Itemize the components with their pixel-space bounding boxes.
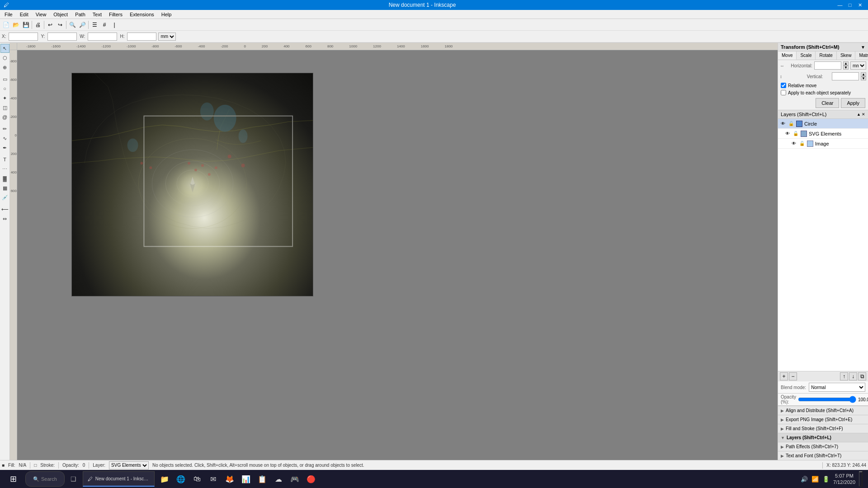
search-button[interactable]: 🔍 Search: [25, 471, 65, 487]
zoom-in-btn[interactable]: 🔍: [67, 20, 77, 30]
redo-btn[interactable]: ↪: [55, 20, 65, 30]
select-tool[interactable]: ↖: [0, 44, 9, 53]
zoom-out-btn[interactable]: 🔎: [77, 20, 87, 30]
tab-move[interactable]: Move: [778, 52, 797, 60]
x-input[interactable]: -393.39: [9, 33, 38, 41]
y-input[interactable]: -180.39: [47, 33, 77, 41]
collapsed-export[interactable]: ▶ Export PNG Image (Shift+Ctrl+E): [778, 415, 868, 424]
layer-eye-circle[interactable]: 👁: [780, 121, 786, 127]
collapsed-align[interactable]: ▶ Align and Distribute (Shift+Ctrl+A): [778, 406, 868, 415]
collapsed-text-font[interactable]: ▶ Text and Font (Shift+Ctrl+T): [778, 451, 868, 460]
taskbar-inkscape-item[interactable]: 🖊 New document 1 - Inkscape: [83, 471, 155, 487]
gradient-tool[interactable]: ▦: [0, 183, 9, 192]
taskbar-firefox[interactable]: 🦊: [222, 471, 237, 487]
task-view-button[interactable]: ❑: [66, 471, 82, 487]
minimize-btn[interactable]: —: [835, 1, 844, 9]
taskbar-store[interactable]: 🛍: [190, 471, 204, 487]
new-btn[interactable]: 📄: [1, 20, 11, 30]
connector-tool[interactable]: ⟵: [0, 205, 9, 214]
grid-btn[interactable]: #: [99, 20, 109, 30]
menu-path[interactable]: Path: [71, 11, 89, 18]
layer-eye-image[interactable]: 👁: [791, 141, 797, 147]
open-btn[interactable]: 📂: [11, 20, 21, 30]
taskbar-file-explorer[interactable]: 📁: [157, 471, 172, 487]
opacity-slider[interactable]: [798, 396, 856, 403]
tab-matrix[interactable]: Matrix: [855, 52, 868, 60]
canvas[interactable]: [17, 50, 778, 460]
layer-lock-image[interactable]: 🔓: [799, 141, 805, 147]
layer-eye-svg[interactable]: 👁: [784, 131, 791, 137]
text-tool[interactable]: T: [0, 155, 9, 164]
collapsed-path-effects[interactable]: ▶ Path Effects (Shift+Ctrl+7): [778, 442, 868, 451]
vertical-spin-up[interactable]: ▲: [861, 72, 866, 76]
horizontal-input[interactable]: 0.000: [814, 61, 841, 70]
tray-battery-icon[interactable]: 🔋: [822, 476, 830, 483]
taskbar-app8[interactable]: ☁: [271, 471, 286, 487]
pencil-tool[interactable]: ✏: [0, 124, 9, 133]
show-desktop-btn[interactable]: [859, 471, 863, 487]
menu-extensions[interactable]: Extensions: [126, 11, 158, 18]
relative-move-checkbox[interactable]: [781, 83, 786, 88]
collapsed-fill[interactable]: ▶ Fill and Stroke (Shift+Ctrl+F): [778, 424, 868, 433]
menu-file[interactable]: File: [1, 11, 16, 18]
layer-down-btn[interactable]: ↓: [849, 372, 857, 380]
spray-tool[interactable]: ⋯: [0, 164, 9, 174]
add-layer-btn[interactable]: +: [780, 372, 788, 380]
close-btn[interactable]: ✕: [855, 1, 864, 9]
fill-tool[interactable]: ▓: [0, 174, 9, 183]
menu-help[interactable]: Help: [158, 11, 175, 18]
vertical-spin-down[interactable]: ▼: [861, 76, 866, 80]
remove-layer-btn[interactable]: −: [789, 372, 797, 380]
taskbar-edge[interactable]: 🌐: [174, 471, 188, 487]
blend-mode-select[interactable]: Normal Multiply Screen Overlay: [809, 383, 865, 392]
layer-lock-circle[interactable]: 🔓: [788, 121, 794, 127]
tray-volume-icon[interactable]: 📶: [811, 476, 819, 483]
measure-tool[interactable]: ⇔: [0, 214, 9, 223]
menu-view[interactable]: View: [32, 11, 50, 18]
horizontal-spin-down[interactable]: ▼: [843, 66, 849, 70]
save-btn[interactable]: 💾: [21, 20, 31, 30]
zoom-tool[interactable]: ⊕: [0, 63, 9, 72]
calligraphy-tool[interactable]: ✒: [0, 143, 9, 152]
layer-item-circle[interactable]: 👁 🔓 Circle: [778, 119, 868, 129]
circle-tool[interactable]: ○: [0, 84, 9, 93]
align-btn[interactable]: ☰: [90, 20, 99, 30]
transform-unit-select[interactable]: mmpx: [850, 61, 866, 70]
taskbar-app7[interactable]: 📋: [255, 471, 269, 487]
taskbar-app9[interactable]: 🎮: [288, 471, 302, 487]
menu-filters[interactable]: Filters: [105, 11, 126, 18]
star-tool[interactable]: ✦: [0, 94, 9, 103]
layer-dropdown[interactable]: SVG Elements Circle Image: [109, 461, 149, 469]
snap-btn[interactable]: |: [109, 20, 119, 30]
node-tool[interactable]: ⬡: [0, 53, 9, 62]
layer-duplicate-btn[interactable]: ⧉: [858, 372, 866, 380]
tab-rotate[interactable]: Rotate: [816, 52, 836, 60]
tab-scale[interactable]: Scale: [797, 52, 816, 60]
taskbar-mail[interactable]: ✉: [206, 471, 221, 487]
layer-item-svg-elements[interactable]: 👁 🔓 SVG Elements: [778, 129, 868, 139]
maximize-btn[interactable]: □: [845, 1, 854, 9]
tray-network-icon[interactable]: 🔊: [801, 476, 808, 483]
rect-tool[interactable]: ▭: [0, 75, 9, 84]
layers-close-icon[interactable]: ✕: [862, 112, 865, 117]
layer-lock-svg[interactable]: 🔓: [793, 131, 799, 137]
undo-btn[interactable]: ↩: [45, 20, 55, 30]
clear-btn[interactable]: Clear: [816, 98, 839, 108]
bezier-tool[interactable]: ∿: [0, 134, 9, 143]
eyedrop-tool[interactable]: 💉: [0, 193, 9, 202]
print-btn[interactable]: 🖨: [33, 20, 43, 30]
apply-each-checkbox[interactable]: [781, 90, 786, 95]
tab-skew[interactable]: Skew: [837, 52, 855, 60]
horizontal-spin-up[interactable]: ▲: [843, 61, 849, 66]
layer-item-image[interactable]: 👁 🔓 Image: [778, 139, 868, 149]
menu-text[interactable]: Text: [89, 11, 105, 18]
unit-select[interactable]: mmpxpt: [158, 33, 176, 41]
h-input[interactable]: 687.343: [127, 33, 156, 41]
spiral-tool[interactable]: @: [0, 113, 9, 122]
taskbar-app10[interactable]: 🔴: [304, 471, 318, 487]
vertical-input[interactable]: 0.000: [832, 72, 859, 80]
menu-object[interactable]: Object: [50, 11, 71, 18]
tray-clock[interactable]: 5:07 PM 7/12/2020: [833, 473, 855, 486]
menu-edit[interactable]: Edit: [16, 11, 32, 18]
w-input[interactable]: 933.622: [88, 33, 117, 41]
